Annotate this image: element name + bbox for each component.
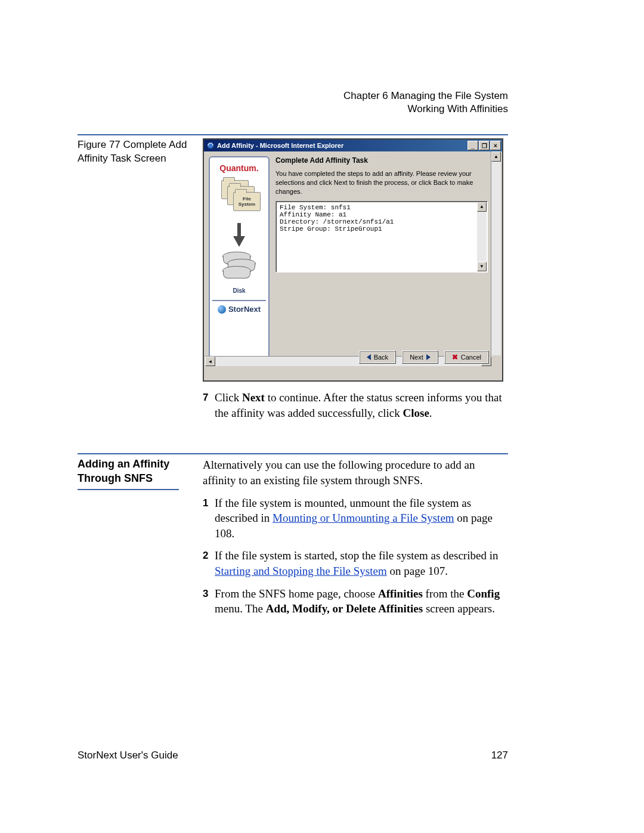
step-number: 1 — [203, 496, 215, 541]
summary-textbox: File System: snfs1 Affinity Name: a1 Dir… — [275, 201, 488, 272]
ie-body: Quantum. File System Disk — [204, 151, 502, 367]
page-header: Chapter 6 Managing the File System Worki… — [343, 89, 508, 116]
step-text: If the file system is started, stop the … — [215, 548, 508, 578]
disk-stack-icon — [222, 252, 256, 285]
step-number: 2 — [203, 548, 215, 578]
content-area: Figure 77 Complete Add Affinity Task Scr… — [78, 134, 508, 617]
link-start-stop[interactable]: Starting and Stopping the File System — [215, 565, 387, 577]
x-icon: ✖ — [452, 353, 458, 361]
summary-scrollbar[interactable]: ▲▼ — [477, 202, 487, 271]
section-line: Working With Affinities — [343, 103, 508, 116]
wizard-sidebar: Quantum. File System Disk — [209, 156, 270, 365]
step-3: 3 From the SNFS home page, choose Affini… — [203, 586, 508, 617]
page-footer: StorNext User's Guide 127 — [78, 750, 508, 761]
wizard-intro: You have completed the steps to add an a… — [275, 169, 488, 196]
scroll-up-icon[interactable]: ▲ — [491, 151, 501, 162]
link-mount-unmount[interactable]: Mounting or Unmounting a File System — [273, 512, 454, 524]
step-2: 2 If the file system is started, stop th… — [203, 548, 508, 578]
footer-left: StorNext User's Guide — [78, 750, 178, 761]
arrow-down-icon — [233, 236, 245, 247]
step-7: 7 Click Next to continue. After the stat… — [203, 390, 508, 420]
step-number: 3 — [203, 586, 215, 617]
minimize-button[interactable]: _ — [467, 141, 478, 150]
globe-icon — [218, 305, 226, 314]
next-button[interactable]: Next — [402, 351, 438, 364]
step-text: From the SNFS home page, choose Affiniti… — [215, 586, 508, 617]
heading-underline — [78, 489, 179, 490]
chapter-line: Chapter 6 Managing the File System — [343, 89, 508, 103]
folder-stack-icon: File System — [221, 180, 257, 215]
quantum-logo: Quantum. — [212, 163, 266, 173]
ie-titlebar: Add Affinity - Microsoft Internet Explor… — [204, 140, 502, 151]
triangle-left-icon — [367, 354, 371, 360]
ie-window-title: Add Affinity - Microsoft Internet Explor… — [217, 142, 467, 149]
disk-label: Disk — [212, 287, 266, 294]
step-text: If the file system is mounted, unmount t… — [215, 496, 508, 541]
summary-content: File System: snfs1 Affinity Name: a1 Dir… — [280, 204, 394, 233]
scroll-down-icon[interactable]: ▼ — [477, 262, 487, 271]
divider-rule — [78, 134, 508, 135]
page-number: 127 — [491, 750, 508, 761]
step-text: Click Next to continue. After the status… — [215, 390, 508, 420]
back-button[interactable]: Back — [359, 351, 396, 364]
outer-v-scrollbar[interactable]: ▲ — [491, 151, 501, 355]
wizard-main: Complete Add Affinity Task You have comp… — [274, 156, 501, 365]
close-window-button[interactable]: × — [490, 141, 501, 150]
scroll-up-icon[interactable]: ▲ — [477, 202, 487, 212]
figure-caption: Figure 77 Complete Add Affinity Task Scr… — [78, 138, 203, 166]
screenshot-ie-window: Add Affinity - Microsoft Internet Explor… — [203, 138, 503, 382]
section-heading: Adding an Affinity Through SNFS — [78, 457, 203, 485]
triangle-right-icon — [426, 354, 431, 360]
document-page: Chapter 6 Managing the File System Worki… — [0, 0, 644, 833]
step-1: 1 If the file system is mounted, unmount… — [203, 496, 508, 541]
divider-rule — [78, 453, 508, 454]
wizard-title: Complete Add Affinity Task — [275, 156, 488, 165]
cancel-button[interactable]: ✖ Cancel — [444, 351, 489, 364]
stornext-label: StorNext — [228, 305, 261, 314]
wizard-button-bar: Back Next ✖ Cancel — [204, 346, 502, 376]
step-number: 7 — [203, 390, 215, 420]
restore-button[interactable]: ❐ — [479, 141, 490, 150]
section-intro: Alternatively you can use the following … — [203, 457, 508, 488]
ie-logo-icon — [206, 141, 215, 150]
